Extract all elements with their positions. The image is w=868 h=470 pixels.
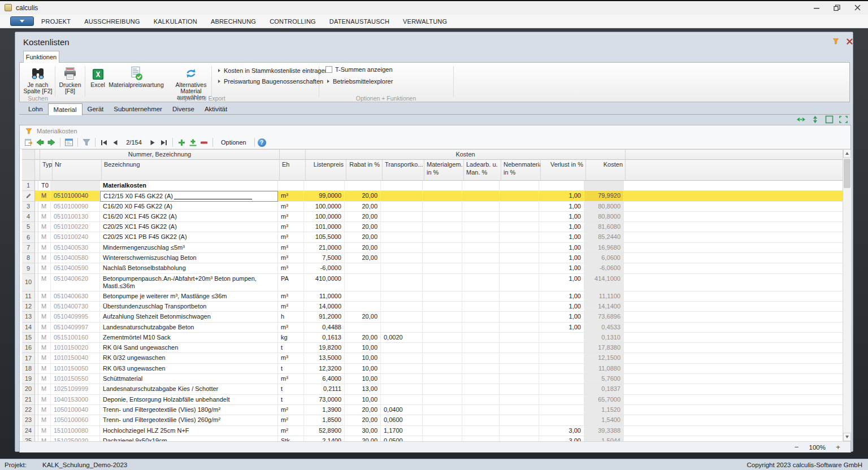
cell-transportkosten[interactable] xyxy=(381,343,423,353)
pin-button[interactable] xyxy=(831,37,840,46)
cell-rabat[interactable]: 20,00 xyxy=(345,312,381,322)
cell-materialgemeinkosten[interactable] xyxy=(423,181,462,191)
cell-nr[interactable]: 1510100080 xyxy=(51,426,100,436)
scroll-down-button[interactable] xyxy=(843,433,851,441)
cell-nr[interactable]: 0510400730 xyxy=(51,302,100,312)
cell-nebenmaterial[interactable] xyxy=(500,353,539,363)
cell-transportkosten[interactable] xyxy=(381,263,423,273)
cell-typ[interactable]: M xyxy=(38,274,51,291)
cell-transportkosten[interactable] xyxy=(381,364,423,374)
cell-materialgemeinkosten[interactable] xyxy=(423,426,462,436)
cell-nebenmaterial[interactable] xyxy=(500,384,539,394)
cell-listenpreis[interactable]: 0,2111 xyxy=(304,384,345,394)
cell-nebenmaterial[interactable] xyxy=(500,302,539,312)
cell-eh[interactable]: m³ xyxy=(278,263,304,273)
cell-rabat[interactable]: 20,00 xyxy=(345,405,381,415)
cell-ladearbeit[interactable] xyxy=(462,263,500,273)
cell-verlust[interactable] xyxy=(539,364,584,374)
cell-nr[interactable]: 1025109999 xyxy=(51,384,100,394)
cell-bezeichnung[interactable]: C16/20 X0 F45 GK22 (A) xyxy=(100,202,278,212)
cell-kosten[interactable]: 79,9920 xyxy=(584,191,624,201)
edit-form-button[interactable] xyxy=(63,137,75,148)
group-header-kosten[interactable]: Kosten xyxy=(306,150,626,160)
prev-green-button[interactable] xyxy=(34,137,46,148)
cell-verlust[interactable]: 1,00 xyxy=(539,274,584,291)
cell-nebenmaterial[interactable] xyxy=(500,323,539,333)
cell-ladearbeit[interactable] xyxy=(462,232,500,242)
cell-rabat[interactable]: 20,00 xyxy=(345,243,381,253)
cell-bezeichnung[interactable]: Trenn- und Filtergeotextilie (Vlies) 260… xyxy=(100,415,278,425)
cell-bezeichnung[interactable]: Nachlaß Betonselbstabholung xyxy=(100,263,278,273)
cell-rabat[interactable]: 20,00 xyxy=(345,191,381,201)
cell-typ[interactable]: M xyxy=(38,291,51,302)
link-kosten-stammkostenliste[interactable]: Kosten in Stammkostenliste eintragen xyxy=(218,67,328,75)
cell-kosten[interactable]: 65,7000 xyxy=(584,395,624,405)
cell-ladearbeit[interactable] xyxy=(462,364,500,374)
tab-aktivität[interactable]: Aktivität xyxy=(199,103,232,115)
cell-ladearbeit[interactable] xyxy=(462,333,500,343)
cell-nr[interactable]: 0510100040 xyxy=(51,191,100,201)
cell-materialgemeinkosten[interactable] xyxy=(423,384,462,394)
cell-ladearbeit[interactable] xyxy=(462,302,500,312)
cell-verlust[interactable]: 1,00 xyxy=(539,312,584,322)
row-selector[interactable]: 22 xyxy=(22,405,35,415)
cell-typ[interactable]: M xyxy=(38,263,51,273)
column-header-kosten[interactable]: Kosten xyxy=(586,160,626,181)
cell-transportkosten[interactable] xyxy=(381,384,423,394)
cell-eh[interactable]: PA xyxy=(278,274,304,291)
cell-typ[interactable]: M xyxy=(38,374,51,384)
cell-rabat[interactable] xyxy=(345,181,381,191)
cell-nr[interactable]: 1010150020 xyxy=(51,343,100,353)
cell-nr[interactable] xyxy=(51,181,100,191)
tab-lohn[interactable]: Lohn xyxy=(23,103,48,115)
cell-eh[interactable]: m³ xyxy=(278,212,304,222)
ribbon-button-drucken[interactable]: Drucken[F8] xyxy=(57,65,83,98)
cell-nr[interactable]: 1010150550 xyxy=(51,374,100,384)
menu-item-projekt[interactable]: PROJEKT xyxy=(41,18,71,25)
cell-listenpreis[interactable]: 13,5000 xyxy=(304,353,345,363)
cell-nebenmaterial[interactable] xyxy=(500,232,539,242)
menu-item-ausschreibung[interactable]: AUSSCHREIBUNG xyxy=(84,18,140,25)
ribbon-button-alternatives-material[interactable]: Alternatives Materialauswählen xyxy=(168,65,214,98)
cell-listenpreis[interactable]: 21,0000 xyxy=(304,243,345,253)
cell-eh[interactable]: t xyxy=(278,364,304,374)
cell-materialgemeinkosten[interactable] xyxy=(423,323,462,333)
cell-nr[interactable]: 0510100090 xyxy=(51,202,100,212)
cell-eh[interactable]: m³ xyxy=(278,191,304,201)
cell-rabat[interactable] xyxy=(345,263,381,273)
column-header-ladearbeit[interactable]: Ladearb. u.Man. % xyxy=(464,160,501,181)
cell-bezeichnung[interactable]: Betonpumpenpausch.An-/Abfahrt+20m³ Beton… xyxy=(100,274,278,291)
cell-nr[interactable]: 0515100160 xyxy=(51,333,100,343)
cell-nr[interactable]: 0510400620 xyxy=(51,274,100,291)
cell-nr[interactable]: 1050100060 xyxy=(51,415,100,425)
cell-verlust[interactable]: 1,00 xyxy=(539,243,584,253)
cell-nebenmaterial[interactable] xyxy=(500,191,539,201)
cell-transportkosten[interactable] xyxy=(381,243,423,253)
checkbox-t-summen[interactable]: T-Summen anzeigen xyxy=(326,66,393,73)
row-selector[interactable]: 1 xyxy=(22,181,35,191)
cell-nebenmaterial[interactable] xyxy=(500,333,539,343)
cell-nebenmaterial[interactable] xyxy=(500,312,539,322)
cell-nebenmaterial[interactable] xyxy=(500,426,539,436)
window-close-button[interactable] xyxy=(845,37,854,46)
add-row-button[interactable] xyxy=(176,137,187,148)
help-icon[interactable]: ? xyxy=(258,138,266,147)
row-selector[interactable]: 12 xyxy=(22,302,35,312)
cell-typ[interactable]: M xyxy=(38,312,51,322)
cell-materialgemeinkosten[interactable] xyxy=(423,222,462,232)
cell-ladearbeit[interactable] xyxy=(462,323,500,333)
cell-rabat[interactable]: 20,00 xyxy=(345,253,381,263)
cell-eh[interactable]: m² xyxy=(278,426,304,436)
cell-eh[interactable]: m³ xyxy=(278,202,304,212)
cell-listenpreis[interactable]: 100,0000 xyxy=(304,212,345,222)
cell-verlust[interactable]: 3,00 xyxy=(539,426,584,436)
cell-transportkosten[interactable]: 0,0400 xyxy=(381,405,423,415)
cell-transportkosten[interactable] xyxy=(381,312,423,322)
minimize-button[interactable] xyxy=(808,1,825,14)
cell-verlust[interactable]: 1,00 xyxy=(539,291,584,302)
cell-transportkosten[interactable] xyxy=(381,374,423,384)
cell-transportkosten[interactable] xyxy=(381,274,423,291)
zoom-out-button[interactable]: − xyxy=(792,443,801,451)
close-button[interactable] xyxy=(849,1,866,14)
cell-transportkosten[interactable] xyxy=(381,191,423,201)
